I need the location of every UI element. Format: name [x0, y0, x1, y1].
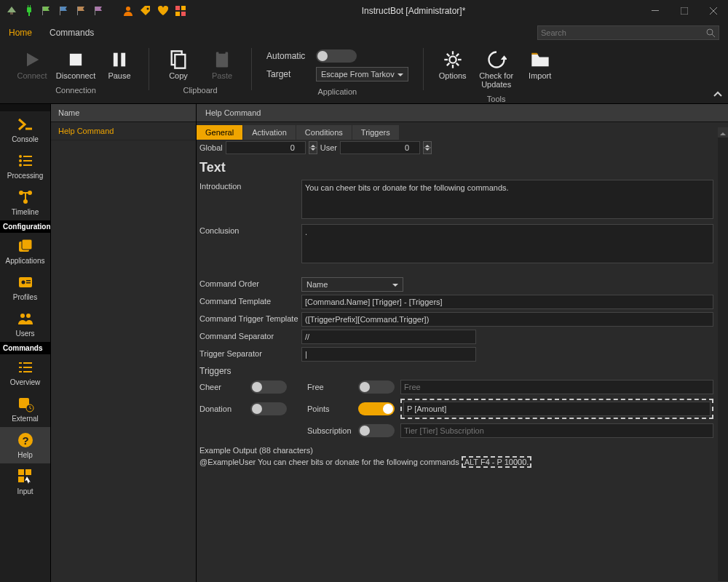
- trig-sep-input[interactable]: [301, 347, 476, 362]
- app-icon: [6, 5, 17, 17]
- free-toggle[interactable]: [358, 380, 395, 394]
- cmd-order-dropdown[interactable]: Name: [301, 277, 403, 292]
- svg-point-39: [19, 159, 22, 162]
- subscription-toggle[interactable]: [358, 424, 395, 437]
- subscription-input[interactable]: [400, 423, 713, 438]
- svg-rect-20: [70, 54, 82, 65]
- list-item[interactable]: Help Command: [51, 122, 196, 140]
- nav-processing[interactable]: Processing: [0, 148, 50, 184]
- flag2-icon[interactable]: [58, 5, 70, 17]
- pause-button[interactable]: Pause: [99, 47, 140, 83]
- svg-rect-24: [175, 55, 185, 68]
- svg-point-52: [20, 314, 25, 318]
- menu-commands[interactable]: Commands: [50, 28, 94, 38]
- import-button[interactable]: Import: [520, 47, 561, 92]
- nav-help[interactable]: ?Help: [0, 427, 50, 463]
- nav-applications[interactable]: Applications: [0, 233, 50, 269]
- intro-input[interactable]: [301, 180, 713, 219]
- svg-rect-51: [26, 282, 31, 284]
- copy-button[interactable]: Copy: [158, 47, 199, 83]
- section-text: Text: [197, 156, 716, 180]
- svg-rect-12: [175, 6, 180, 10]
- search-icon[interactable]: [705, 28, 716, 38]
- search-input[interactable]: [541, 28, 705, 37]
- nav-timeline[interactable]: Timeline: [0, 184, 50, 220]
- global-input[interactable]: [226, 141, 306, 154]
- tag-icon[interactable]: [140, 5, 151, 17]
- automatic-toggle[interactable]: [316, 49, 357, 63]
- svg-rect-6: [42, 7, 43, 15]
- nav-external[interactable]: External: [0, 391, 50, 427]
- target-dropdown[interactable]: Escape From Tarkov: [316, 67, 408, 81]
- cmd-sep-input[interactable]: [301, 330, 476, 344]
- automatic-label: Automatic: [266, 51, 310, 61]
- plug-icon[interactable]: [23, 5, 35, 17]
- scrollbar[interactable]: [718, 127, 728, 582]
- points-input[interactable]: [403, 402, 711, 416]
- flag3-icon[interactable]: [76, 5, 87, 17]
- close-button[interactable]: [699, 0, 728, 22]
- conclusion-label: Conclusion: [199, 224, 301, 235]
- svg-line-34: [447, 63, 450, 66]
- svg-rect-5: [28, 12, 30, 16]
- person-icon[interactable]: [122, 5, 134, 17]
- maximize-button[interactable]: [670, 0, 699, 22]
- free-input[interactable]: [400, 380, 713, 394]
- paste-button[interactable]: Paste: [202, 47, 242, 83]
- svg-rect-54: [19, 362, 22, 364]
- user-input[interactable]: [340, 141, 420, 154]
- cmd-tpl-label: Command Template: [199, 295, 301, 306]
- check-updates-button[interactable]: Check for Updates: [476, 47, 517, 92]
- cmd-tpl-input[interactable]: [301, 295, 713, 309]
- tab-triggers[interactable]: Triggers: [352, 125, 399, 140]
- left-nav: Console Processing Timeline Configuratio…: [0, 104, 51, 582]
- nav-users[interactable]: Users: [0, 306, 50, 342]
- svg-point-37: [19, 155, 22, 158]
- example-heading: Example Output (88 characters): [199, 446, 713, 455]
- svg-line-32: [447, 54, 450, 57]
- connect-button[interactable]: Connect: [12, 47, 52, 83]
- tab-general[interactable]: General: [197, 125, 242, 140]
- group-clipboard-label: Clipboard: [183, 86, 217, 95]
- svg-rect-26: [218, 50, 225, 54]
- nav-group-configuration: Configuration: [0, 220, 50, 233]
- svg-rect-4: [30, 5, 31, 7]
- svg-rect-3: [28, 5, 28, 7]
- cmd-trig-tpl-input[interactable]: [301, 312, 713, 327]
- grid-icon[interactable]: [175, 5, 186, 17]
- tab-activation[interactable]: Activation: [243, 125, 296, 140]
- heart-icon[interactable]: [157, 5, 169, 17]
- svg-rect-55: [23, 362, 32, 364]
- flag4-icon[interactable]: [93, 5, 105, 17]
- svg-rect-40: [23, 160, 32, 162]
- nav-console[interactable]: Console: [0, 111, 50, 148]
- editor-panel: Help Command General Activation Conditio…: [197, 104, 728, 582]
- conclusion-input[interactable]: [301, 224, 713, 263]
- user-spinner[interactable]: [423, 141, 432, 154]
- points-toggle[interactable]: [358, 402, 395, 415]
- nav-overview[interactable]: Overview: [0, 354, 50, 391]
- svg-rect-16: [652, 10, 659, 11]
- global-spinner[interactable]: [309, 141, 317, 154]
- group-connection-label: Connection: [55, 86, 96, 95]
- nav-profiles[interactable]: Profiles: [0, 269, 50, 306]
- svg-rect-15: [181, 12, 186, 16]
- tab-conditions[interactable]: Conditions: [296, 125, 352, 140]
- titlebar-tool-icons: [6, 5, 186, 17]
- ribbon-collapse-button[interactable]: [713, 90, 722, 99]
- disconnect-button[interactable]: Disconnect: [55, 47, 96, 83]
- svg-point-18: [707, 29, 713, 35]
- cheer-label: Cheer: [199, 383, 245, 391]
- minimize-button[interactable]: [641, 0, 670, 22]
- nav-input[interactable]: Input: [0, 463, 50, 500]
- flag1-icon[interactable]: [41, 5, 52, 17]
- donation-toggle[interactable]: [250, 402, 287, 415]
- editor-tabs: General Activation Conditions Triggers: [197, 125, 716, 140]
- svg-rect-47: [22, 239, 32, 250]
- options-button[interactable]: Options: [432, 47, 473, 92]
- svg-rect-22: [121, 53, 125, 67]
- cheer-toggle[interactable]: [250, 380, 287, 394]
- menu-home[interactable]: Home: [9, 28, 32, 38]
- search-box[interactable]: [537, 25, 719, 40]
- list-header[interactable]: Name: [51, 104, 196, 122]
